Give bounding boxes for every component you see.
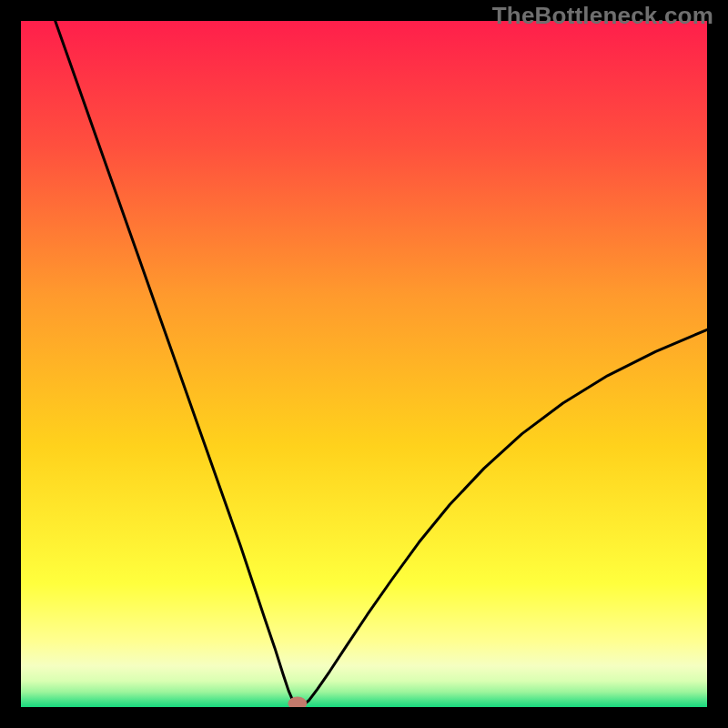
canvas-root: TheBottleneck.com xyxy=(0,0,728,728)
watermark-text: TheBottleneck.com xyxy=(492,2,713,30)
bottleneck-chart xyxy=(21,21,707,707)
gradient-background xyxy=(21,21,707,707)
plot-frame xyxy=(21,21,707,707)
optimal-point-marker xyxy=(288,697,307,707)
